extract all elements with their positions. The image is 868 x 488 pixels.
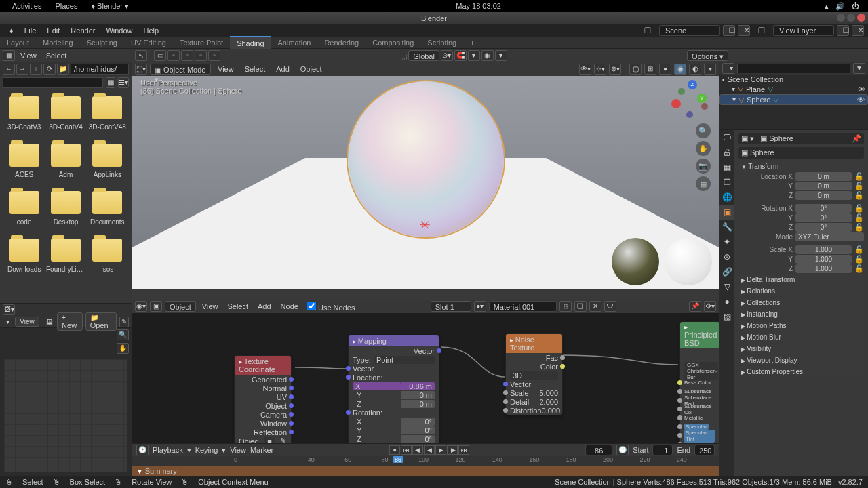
tab-physics[interactable]: ⊙ — [719, 249, 734, 264]
viewlayer-new-button[interactable]: ❏ — [837, 25, 849, 36]
3d-viewport[interactable]: ⬚▾ ▣ Object Mode ▾ View Select Add Objec… — [132, 62, 719, 289]
workspace-tab-animation[interactable]: Animation — [271, 37, 318, 49]
folder-item[interactable]: Desktop — [45, 188, 85, 235]
fb-path-field[interactable]: /home/hidus/ — [71, 64, 129, 75]
proportional-toggle[interactable]: ◉ — [481, 50, 494, 61]
network-icon[interactable]: ▴ — [821, 2, 832, 11]
fb-select-menu[interactable]: Select — [42, 52, 71, 60]
fb-new-icon[interactable]: ▦ — [3, 50, 15, 61]
image-browse-icon[interactable]: 🖼 — [45, 317, 54, 327]
rot-x-field[interactable]: 0° — [795, 204, 852, 213]
sh-select-menu[interactable]: Select — [224, 302, 252, 310]
workspace-tab-rendering[interactable]: Rendering — [317, 37, 366, 49]
select-mode-2[interactable]: ▫ — [181, 50, 193, 61]
shading-solid[interactable]: ● — [659, 64, 671, 75]
noise-distortion[interactable]: 0.000 — [541, 407, 560, 415]
fb-search-input[interactable] — [3, 77, 103, 88]
tab-world[interactable]: 🌐 — [719, 190, 734, 205]
panel-header[interactable]: Delta Transform — [738, 274, 864, 285]
vp-select-menu[interactable]: Select — [241, 65, 270, 73]
noise-dimensions[interactable]: 3D — [510, 371, 558, 380]
loc-x-field[interactable]: 0 m — [795, 172, 852, 181]
tab-data[interactable]: ▽ — [719, 279, 734, 294]
lock-icon[interactable]: 🔓 — [854, 245, 864, 254]
material-delete-icon[interactable]: ✕ — [589, 301, 601, 312]
folder-item[interactable]: code — [4, 188, 44, 235]
next-key-button[interactable]: |▶ — [447, 445, 458, 455]
folder-item[interactable]: 3D-CoatV4 — [45, 94, 85, 140]
workspace-tab-texture-paint[interactable]: Texture Paint — [173, 37, 230, 49]
bsdf-in-base-color[interactable]: Base Color — [684, 380, 711, 386]
tab-render[interactable]: 🖵 — [719, 130, 734, 145]
vp-view-menu[interactable]: View — [214, 65, 238, 73]
fb-refresh-button[interactable]: ⟳ — [43, 64, 56, 75]
outliner-item[interactable]: ▾ ▽ Plane ▽👁 — [719, 84, 868, 94]
bsdf-in-metallic[interactable]: Metallic — [684, 415, 703, 421]
tl-marker-menu[interactable]: Marker — [250, 446, 273, 454]
props-breadcrumb[interactable]: ▣ ▾ ▣ Sphere📌 — [738, 133, 864, 144]
menu-render[interactable]: Render — [65, 26, 100, 35]
shading-wireframe[interactable]: ⊞ — [644, 64, 656, 75]
sh-add-menu[interactable]: Add — [254, 302, 275, 310]
image-mode-icon[interactable]: ▾ — [3, 317, 12, 327]
panel-header[interactable]: Custom Properties — [738, 367, 864, 377]
orientation-icon[interactable]: ⬚ — [400, 52, 407, 60]
shading-dropdown[interactable]: ▾ — [704, 64, 716, 75]
shader-type-icon[interactable]: ◉▾ — [135, 301, 147, 312]
sphere-object[interactable] — [348, 81, 504, 237]
mapping-loc-z[interactable]: 0 m — [401, 400, 435, 408]
image-canvas[interactable] — [4, 359, 127, 472]
outliner-search-input[interactable] — [737, 64, 850, 73]
shader-pin-icon[interactable]: 📌 — [689, 301, 701, 312]
pan-icon[interactable]: ✋ — [696, 141, 711, 156]
select-mode-4[interactable]: ▫ — [208, 50, 220, 61]
folder-item[interactable]: 3D-CoatV3 — [4, 94, 44, 140]
select-mode-3[interactable]: ▫ — [195, 50, 207, 61]
select-tool-icon[interactable]: ▭ — [154, 50, 166, 61]
workspace-tab-uv-editing[interactable]: UV Editing — [124, 37, 173, 49]
cursor-tool-icon[interactable]: ↖ — [135, 50, 147, 61]
panel-header[interactable]: Visibility — [738, 344, 864, 354]
scene-icon[interactable]: ❐ — [639, 26, 656, 35]
perspective-icon[interactable]: ▦ — [696, 176, 711, 191]
vp-object-menu[interactable]: Object — [296, 65, 326, 73]
end-frame-field[interactable]: 250 — [694, 445, 715, 455]
material-new-icon[interactable]: ❏ — [574, 301, 587, 312]
shading-material[interactable]: ◉ — [674, 64, 686, 75]
panel-header[interactable]: Collections — [738, 298, 864, 308]
window-titlebar[interactable]: Blender — [0, 12, 868, 24]
zoom-icon[interactable]: 🔍 — [696, 123, 711, 138]
lock-icon[interactable]: 🔓 — [854, 214, 864, 222]
tab-particle[interactable]: ✦ — [719, 235, 734, 249]
noise-detail[interactable]: 2.000 — [539, 398, 558, 406]
outliner-type-icon[interactable]: ☰▾ — [722, 63, 734, 74]
window-maximize-button[interactable] — [847, 14, 855, 22]
shading-rendered[interactable]: ◐ — [689, 64, 701, 75]
timeline-type-icon[interactable]: 🕑▾ — [136, 445, 149, 455]
image-view-menu[interactable]: View — [15, 317, 39, 327]
workspace-tab-modeling[interactable]: Modeling — [36, 37, 80, 49]
nav-gizmo[interactable]: Y Z — [671, 80, 712, 121]
current-frame-indicator[interactable]: 86 — [393, 456, 403, 463]
menu-window[interactable]: Window — [100, 26, 138, 35]
scl-z-field[interactable]: 1.000 — [795, 264, 852, 273]
tab-texture[interactable]: ▨ — [719, 309, 734, 324]
rot-z-field[interactable]: 0° — [795, 223, 852, 232]
current-frame-field[interactable]: 86 — [585, 445, 612, 455]
timeline-ruler[interactable]: 040608010012014016018020022024086 — [132, 456, 719, 466]
folder-item[interactable]: Documents — [87, 188, 127, 235]
outliner-root[interactable]: ▪ Scene Collection — [719, 75, 868, 84]
menu-edit[interactable]: Edit — [41, 26, 65, 35]
gizmo-x[interactable] — [671, 99, 681, 108]
vp-overlay-toggle[interactable]: ⊕▾ — [609, 64, 621, 75]
lock-icon[interactable]: 🔓 — [854, 182, 864, 190]
material-pin-icon[interactable]: ⎘ — [559, 301, 572, 312]
folder-item[interactable]: ACES — [4, 141, 44, 187]
shader-datatype-icon[interactable]: ▣ — [150, 301, 162, 312]
gizmo-y[interactable]: Y — [697, 94, 707, 103]
gizmo-ny[interactable] — [678, 88, 685, 95]
tl-playback-menu[interactable]: Playback — [153, 446, 183, 454]
tab-viewlayer[interactable]: ▦ — [719, 160, 734, 175]
fb-up-button[interactable]: ↑ — [30, 64, 42, 75]
lock-icon[interactable]: 🔓 — [854, 204, 864, 213]
